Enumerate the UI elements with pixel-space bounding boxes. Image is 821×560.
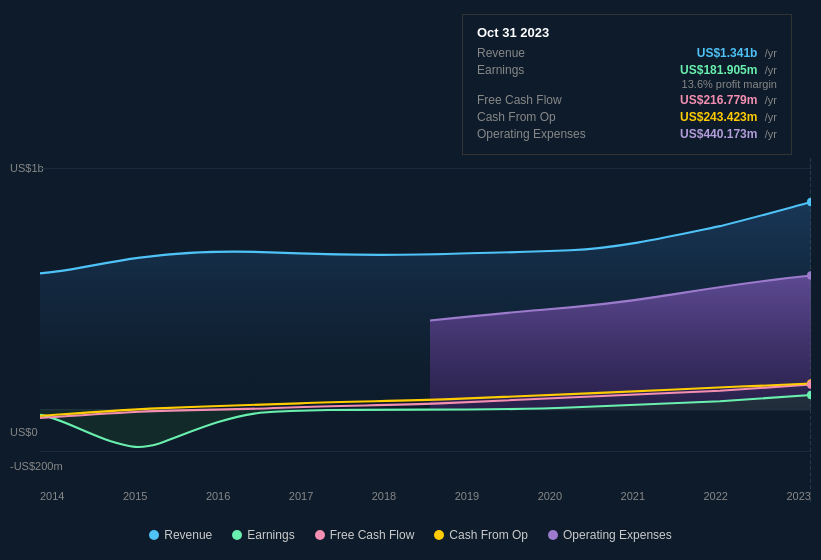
legend-cashfromop-label: Cash From Op [449, 528, 528, 542]
tooltip-opex-suffix: /yr [765, 128, 777, 140]
tooltip-cashfromop-row: Cash From Op US$243.423m /yr [477, 110, 777, 124]
tooltip-freecash-row: Free Cash Flow US$216.779m /yr [477, 93, 777, 107]
tooltip-cashfromop-value: US$243.423m [680, 110, 757, 124]
legend-earnings-label: Earnings [247, 528, 294, 542]
tooltip-freecash-label: Free Cash Flow [477, 93, 587, 107]
legend-earnings[interactable]: Earnings [232, 528, 294, 542]
tooltip-cashfromop-label: Cash From Op [477, 110, 587, 124]
x-label-2023: 2023 [786, 490, 810, 502]
x-label-2019: 2019 [455, 490, 479, 502]
x-label-2017: 2017 [289, 490, 313, 502]
legend-cashfromop-dot [434, 530, 444, 540]
legend-opex[interactable]: Operating Expenses [548, 528, 672, 542]
x-label-2020: 2020 [538, 490, 562, 502]
tooltip-revenue-suffix: /yr [765, 47, 777, 59]
x-label-2016: 2016 [206, 490, 230, 502]
legend-freecash[interactable]: Free Cash Flow [315, 528, 415, 542]
legend-opex-label: Operating Expenses [563, 528, 672, 542]
tooltip-box: Oct 31 2023 Revenue US$1.341b /yr Earnin… [462, 14, 792, 155]
tooltip-opex-row: Operating Expenses US$440.173m /yr [477, 127, 777, 141]
chart-container: Oct 31 2023 Revenue US$1.341b /yr Earnin… [0, 0, 821, 560]
tooltip-revenue-row: Revenue US$1.341b /yr [477, 46, 777, 60]
legend-earnings-dot [232, 530, 242, 540]
tooltip-freecash-value: US$216.779m [680, 93, 757, 107]
tooltip-freecash-suffix: /yr [765, 94, 777, 106]
x-label-2021: 2021 [621, 490, 645, 502]
chart-area [40, 158, 811, 504]
tooltip-revenue-value: US$1.341b [697, 46, 758, 60]
legend-cashfromop[interactable]: Cash From Op [434, 528, 528, 542]
y-label-zero: US$0 [10, 426, 38, 438]
tooltip-cashfromop-suffix: /yr [765, 111, 777, 123]
legend-revenue-label: Revenue [164, 528, 212, 542]
y-label-top: US$1b [10, 162, 44, 174]
profit-margin-row: 13.6% profit margin [477, 78, 777, 90]
tooltip-date: Oct 31 2023 [477, 25, 777, 40]
tooltip-opex-label: Operating Expenses [477, 127, 587, 141]
x-axis: 2014 2015 2016 2017 2018 2019 2020 2021 … [40, 490, 811, 502]
tooltip-opex-value: US$440.173m [680, 127, 757, 141]
tooltip-earnings-label: Earnings [477, 63, 587, 77]
x-label-2015: 2015 [123, 490, 147, 502]
tooltip-earnings-suffix: /yr [765, 64, 777, 76]
legend-opex-dot [548, 530, 558, 540]
tooltip-earnings-value: US$181.905m [680, 63, 757, 77]
legend-revenue[interactable]: Revenue [149, 528, 212, 542]
chart-svg [40, 158, 811, 504]
x-label-2014: 2014 [40, 490, 64, 502]
x-label-2022: 2022 [704, 490, 728, 502]
legend: Revenue Earnings Free Cash Flow Cash Fro… [0, 528, 821, 542]
profit-margin-text: 13.6% profit margin [682, 78, 777, 90]
tooltip-revenue-label: Revenue [477, 46, 587, 60]
legend-revenue-dot [149, 530, 159, 540]
legend-freecash-dot [315, 530, 325, 540]
legend-freecash-label: Free Cash Flow [330, 528, 415, 542]
x-label-2018: 2018 [372, 490, 396, 502]
tooltip-earnings-row: Earnings US$181.905m /yr [477, 63, 777, 77]
